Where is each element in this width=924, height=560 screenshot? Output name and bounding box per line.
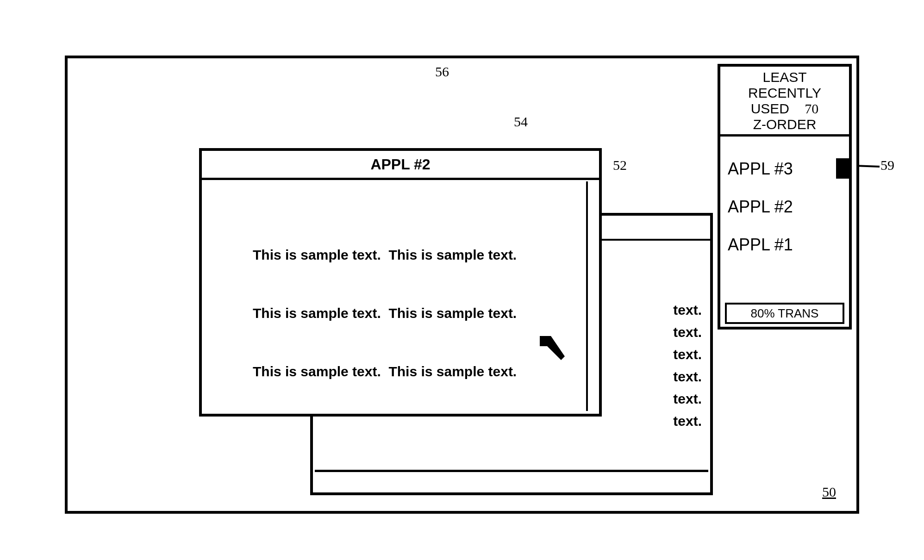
z-order-list: APPL #3 APPL #2 APPL #1 (728, 150, 793, 264)
window1-line-frag: text. (673, 347, 702, 362)
ref-59: 59 (880, 157, 894, 173)
ref-52: 52 (613, 157, 627, 173)
ref-50: 50 (822, 484, 836, 500)
window2-body: This is sample text. This is sample text… (253, 206, 571, 404)
window1-line-frag: text. (673, 413, 702, 429)
window2-line: This is sample text. This is sample text… (253, 362, 571, 381)
window2-scrollbar[interactable] (586, 181, 596, 411)
z-order-panel[interactable]: LEAST RECENTLY USED 70 Z-ORDER APPL #3 A… (718, 64, 852, 330)
ref-54: 54 (514, 114, 528, 130)
app-window-2[interactable]: APPL #2 This is sample text. This is sam… (199, 148, 602, 417)
z-order-item[interactable]: APPL #1 (728, 226, 793, 264)
window2-line: This is sample text. This is sample text… (253, 304, 571, 323)
window1-line-frag: text. (673, 324, 702, 340)
window1-bottom-separator (315, 470, 708, 472)
window1-line-frag: text. (673, 302, 702, 317)
z-order-panel-header: LEAST RECENTLY USED 70 Z-ORDER (720, 67, 849, 137)
cursor-pointer-icon (537, 333, 569, 366)
window2-titlebar[interactable]: APPL #2 (202, 151, 599, 180)
z-order-item[interactable]: APPL #2 (728, 188, 793, 226)
window2-line: This is sample text. This is sample text… (253, 245, 571, 265)
ref-56: 56 (435, 64, 449, 80)
z-order-footer[interactable]: 80% TRANS (725, 303, 844, 324)
z-order-footer-text: 80% TRANS (751, 306, 819, 320)
window1-line-frag: text. (673, 369, 702, 384)
svg-marker-0 (540, 336, 565, 360)
z-order-header-line1: LEAST (722, 69, 847, 85)
window2-title: APPL #2 (370, 156, 430, 173)
z-order-item[interactable]: APPL #3 (728, 150, 793, 188)
diagram-canvas: text. text. text. text. text. text. This… (28, 19, 896, 541)
z-order-scrollbar-thumb[interactable] (836, 158, 849, 179)
window1-line-frag: text. (673, 391, 702, 406)
window1-line-full: This is sample text. This is sample text… (334, 460, 539, 465)
z-order-header-line2: RECENTLY (722, 85, 847, 101)
ref-70-inline: 70 (805, 101, 818, 116)
z-order-header-line3: USED (751, 101, 789, 116)
window2-scrollbar-track (586, 181, 598, 411)
z-order-header-line4: Z-ORDER (722, 117, 847, 132)
